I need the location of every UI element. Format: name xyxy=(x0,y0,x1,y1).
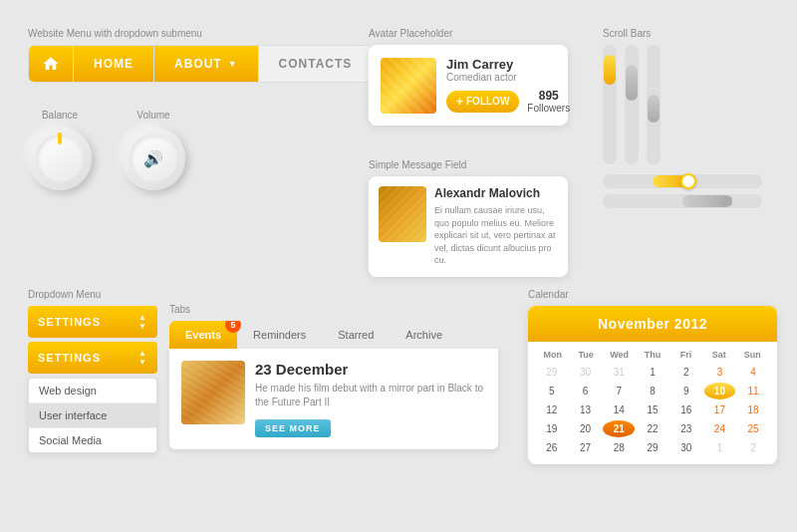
arrow-down-icon: ▼ xyxy=(138,323,147,331)
calendar-day-0-3[interactable]: 1 xyxy=(637,364,668,381)
calendar-day-3-1[interactable]: 20 xyxy=(570,420,602,437)
message-section: Simple Message Field Alexandr Malovich E… xyxy=(369,159,568,277)
dropdown-section: Dropdown Menu SETTINGS ▲ ▼ SETTINGS ▲ ▼ … xyxy=(28,289,157,453)
calendar-title: November 2012 xyxy=(544,316,761,332)
calendar-day-2-5[interactable]: 17 xyxy=(704,401,736,418)
calendar-day-0-2[interactable]: 31 xyxy=(603,364,635,381)
calendar-day-1-2[interactable]: 7 xyxy=(603,383,635,399)
calendar-day-2-1[interactable]: 13 xyxy=(570,401,602,418)
calendar-section-label: Calendar xyxy=(528,289,777,300)
calendar-day-1-0[interactable]: 5 xyxy=(536,383,568,399)
followers-label: Followers xyxy=(527,103,570,114)
calendar-day-3-5[interactable]: 24 xyxy=(704,420,736,437)
balance-knob[interactable] xyxy=(28,127,92,190)
calendar-day-1-6[interactable]: 11 xyxy=(737,383,769,399)
calendar-day-0-5[interactable]: 3 xyxy=(704,364,736,381)
calendar-widget: November 2012 Mon Tue Wed Thu Fri Sat Su… xyxy=(528,306,777,464)
calendar-day-2-2[interactable]: 14 xyxy=(603,401,635,418)
calendar-day-1-1[interactable]: 6 xyxy=(570,383,602,399)
calendar-day-3-3[interactable]: 22 xyxy=(637,420,668,437)
horizontal-scrollbars-wrap xyxy=(603,174,762,208)
day-header-sat: Sat xyxy=(702,350,735,360)
calendar-day-0-4[interactable]: 2 xyxy=(670,364,702,381)
day-header-mon: Mon xyxy=(536,350,569,360)
calendar-day-2-3[interactable]: 15 xyxy=(637,401,668,418)
calendar-day-4-1[interactable]: 27 xyxy=(570,439,602,456)
speaker-icon: 🔊 xyxy=(143,149,163,168)
message-image xyxy=(379,186,426,242)
calendar-day-3-4[interactable]: 23 xyxy=(670,420,702,437)
calendar-header: November 2012 xyxy=(528,306,777,342)
vertical-scrollbar-gray[interactable] xyxy=(625,45,639,164)
calendar-day-0-0[interactable]: 29 xyxy=(536,364,568,381)
message-section-label: Simple Message Field xyxy=(369,159,568,170)
day-header-fri: Fri xyxy=(669,350,702,360)
nav-section-label: Website Menu with dropdown submenu xyxy=(28,28,373,39)
volume-knob[interactable]: 🔊 xyxy=(122,127,185,190)
vertical-scrollbar-gray2[interactable] xyxy=(647,45,661,164)
h-scrollbar-handle xyxy=(680,173,696,189)
nav-section: Website Menu with dropdown submenu HOME … xyxy=(28,28,373,83)
volume-label: Volume xyxy=(136,110,169,121)
avatar-image xyxy=(381,58,436,114)
dropdown-button-2[interactable]: SETTINGS ▲ ▼ xyxy=(28,342,157,374)
followers-number: 895 xyxy=(527,89,570,103)
scrollbar-lines-icon xyxy=(720,198,732,205)
horizontal-scrollbar-yellow[interactable] xyxy=(603,174,762,188)
tab-archive[interactable]: Archive xyxy=(390,321,458,349)
tab-reminders[interactable]: Reminders xyxy=(237,321,322,349)
calendar-day-4-0[interactable]: 26 xyxy=(536,439,568,456)
calendar-day-0-6[interactable]: 4 xyxy=(737,364,769,381)
dropdown-item-social-media[interactable]: Social Media xyxy=(29,428,156,452)
avatar-actions: FOLLOW 895 Followers xyxy=(446,89,570,114)
avatar-info: Jim Carrey Comedian actor FOLLOW 895 Fol… xyxy=(446,57,570,114)
vertical-scrollbar-yellow[interactable] xyxy=(603,45,617,164)
followers-count: 895 Followers xyxy=(527,89,570,114)
event-info: 23 December He made his film debut with … xyxy=(255,361,486,437)
nav-item-contacts[interactable]: CONTACTS xyxy=(258,45,373,83)
home-icon-button[interactable] xyxy=(29,45,73,83)
calendar-day-4-4[interactable]: 30 xyxy=(670,439,702,456)
calendar-section: Calendar November 2012 Mon Tue Wed Thu F… xyxy=(528,289,777,464)
dropdown-item-web-design[interactable]: Web design xyxy=(29,379,156,403)
calendar-day-1-3[interactable]: 8 xyxy=(637,383,668,399)
arrow-down-icon-2: ▼ xyxy=(138,359,147,367)
dropdown-section-label: Dropdown Menu xyxy=(28,289,157,300)
calendar-day-3-2[interactable]: 21 xyxy=(603,420,635,437)
calendar-day-2-0[interactable]: 12 xyxy=(536,401,568,418)
avatar-card: Jim Carrey Comedian actor FOLLOW 895 Fol… xyxy=(369,45,568,126)
see-more-button[interactable]: SEE MORE xyxy=(255,419,331,437)
calendar-day-2-6[interactable]: 18 xyxy=(737,401,769,418)
dropdown-item-user-interface[interactable]: User interface xyxy=(29,403,156,428)
dropdown-btn1-label: SETTINGS xyxy=(38,316,101,328)
tabs-section: Tabs Events 5 Reminders Starred Archive … xyxy=(169,304,498,449)
avatar-section: Avatar Placeholder Jim Carrey Comedian a… xyxy=(369,28,568,126)
message-author-name: Alexandr Malovich xyxy=(434,186,558,200)
calendar-day-4-5[interactable]: 1 xyxy=(704,439,736,456)
calendar-day-1-4[interactable]: 9 xyxy=(670,383,702,399)
scrollbar-thumb-gray2 xyxy=(648,95,660,123)
nav-item-about[interactable]: ABOUT ▼ xyxy=(153,45,258,83)
avatar-section-label: Avatar Placeholder xyxy=(369,28,568,39)
calendar-day-4-6[interactable]: 2 xyxy=(737,439,769,456)
calendar-day-4-2[interactable]: 28 xyxy=(603,439,635,456)
calendar-day-1-5[interactable]: 10 xyxy=(704,383,736,399)
scrollbars-container xyxy=(603,45,762,164)
volume-knob-inner: 🔊 xyxy=(130,134,177,182)
tab-starred[interactable]: Starred xyxy=(322,321,390,349)
calendar-day-4-3[interactable]: 29 xyxy=(637,439,668,456)
calendar-day-3-6[interactable]: 25 xyxy=(737,420,769,437)
horizontal-scrollbar-gray[interactable] xyxy=(603,194,762,208)
message-text: Ei nullam causae iriure usu, quo populo … xyxy=(434,204,558,267)
avatar-role: Comedian actor xyxy=(446,72,570,83)
calendar-day-2-4[interactable]: 16 xyxy=(670,401,702,418)
dropdown-button-1[interactable]: SETTINGS ▲ ▼ xyxy=(28,306,157,338)
calendar-day-0-1[interactable]: 30 xyxy=(570,364,602,381)
follow-button[interactable]: FOLLOW xyxy=(446,91,519,113)
nav-item-home[interactable]: HOME xyxy=(73,45,153,83)
calendar-day-3-0[interactable]: 19 xyxy=(536,420,568,437)
tab-events[interactable]: Events 5 xyxy=(169,321,237,349)
day-header-sun: Sun xyxy=(736,350,769,360)
arrow-up-icon-2: ▲ xyxy=(138,350,147,358)
event-image xyxy=(181,361,245,424)
